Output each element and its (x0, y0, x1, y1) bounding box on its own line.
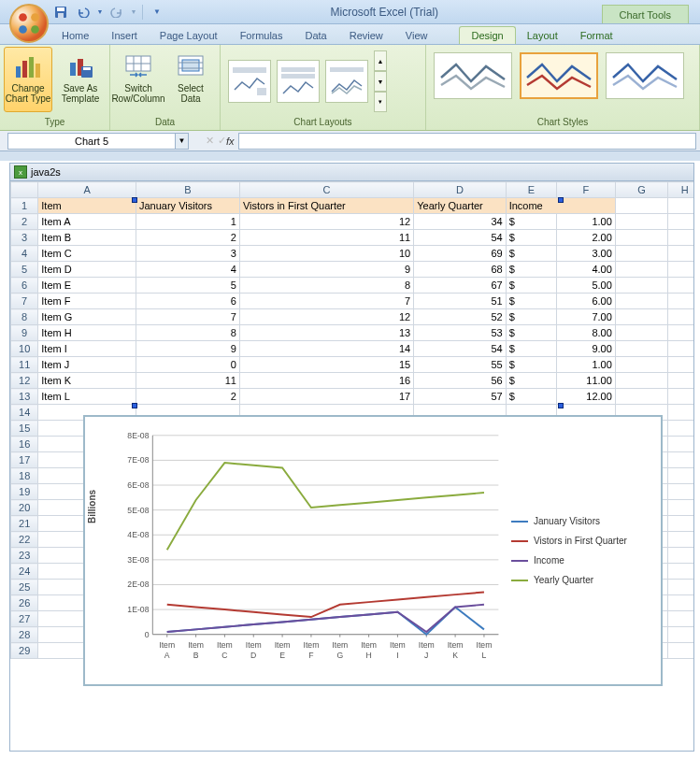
cell[interactable]: 6.00 (557, 294, 616, 309)
row-header[interactable]: 15 (11, 421, 38, 437)
formula-input[interactable] (238, 133, 696, 150)
cell[interactable]: Item B (38, 230, 136, 246)
cell[interactable]: 54 (414, 230, 506, 246)
cell[interactable]: 7 (136, 309, 239, 325)
cell[interactable]: 51 (414, 294, 506, 309)
cell[interactable]: Item L (38, 389, 136, 405)
chart-layout-3[interactable] (325, 60, 368, 103)
row-header[interactable]: 14 (11, 405, 38, 421)
cell[interactable]: 1 (136, 214, 239, 230)
cell[interactable]: 4 (136, 262, 239, 278)
redo-more-icon[interactable]: ▼ (129, 3, 138, 21)
embedded-chart[interactable]: Billions 01E-082E-083E-084E-085E-086E-08… (83, 415, 663, 686)
row-header[interactable]: 25 (11, 580, 38, 595)
row-header[interactable]: 28 (11, 627, 38, 643)
row-header[interactable]: 8 (11, 309, 38, 325)
column-header-D[interactable]: D (414, 182, 506, 198)
cell[interactable]: 9 (239, 262, 413, 278)
column-header-F[interactable]: F (557, 182, 616, 198)
chart-layout-2[interactable] (277, 60, 320, 103)
column-header-H[interactable]: H (668, 182, 694, 198)
cell[interactable]: Item H (38, 325, 136, 341)
cell[interactable]: 10 (239, 246, 413, 262)
change-chart-type-button[interactable]: Change Chart Type (4, 47, 52, 112)
switch-row-column-button[interactable]: Switch Row/Column (114, 47, 163, 112)
tab-review[interactable]: Review (338, 27, 394, 44)
row-header[interactable]: 13 (11, 389, 38, 405)
row-header[interactable]: 5 (11, 262, 38, 278)
cell[interactable]: 12 (239, 214, 413, 230)
cell[interactable]: 52 (414, 309, 506, 325)
cell[interactable]: 11 (239, 230, 413, 246)
row-header[interactable]: 23 (11, 548, 38, 564)
cell[interactable]: Item E (38, 278, 136, 294)
tab-page-layout[interactable]: Page Layout (149, 27, 229, 44)
row-header[interactable]: 22 (11, 532, 38, 548)
cell[interactable]: $ (506, 373, 556, 389)
tab-layout[interactable]: Layout (516, 27, 569, 44)
cell[interactable]: 6 (136, 294, 239, 309)
row-header[interactable]: 11 (11, 357, 38, 373)
row-header[interactable]: 6 (11, 278, 38, 294)
cell[interactable]: $ (506, 262, 556, 278)
chart-layout-gallery-more[interactable]: ▲▼▾ (374, 50, 387, 112)
cell[interactable]: January Visitors (136, 198, 239, 214)
chart-layout-1[interactable] (228, 60, 271, 103)
office-button[interactable] (9, 4, 49, 43)
cell[interactable]: 69 (414, 246, 506, 262)
fx-icon[interactable]: fx (226, 136, 235, 147)
cell[interactable]: $ (506, 325, 556, 341)
cell[interactable]: $ (506, 246, 556, 262)
cell[interactable]: 11 (136, 373, 239, 389)
selection-handle[interactable] (558, 403, 564, 408)
cell[interactable]: Item A (38, 214, 136, 230)
chart-style-1[interactable] (434, 52, 512, 99)
cell[interactable]: $ (506, 230, 556, 246)
cell[interactable]: $ (506, 357, 556, 373)
row-header[interactable]: 7 (11, 294, 38, 309)
worksheet-grid[interactable]: ABCDEFGH1ItemJanuary VisitorsVistors in … (9, 181, 694, 752)
row-header[interactable]: 10 (11, 341, 38, 357)
cell[interactable]: $ (506, 389, 556, 405)
row-header[interactable]: 1 (11, 198, 38, 214)
cell[interactable]: Item (38, 198, 136, 214)
cell[interactable]: 68 (414, 262, 506, 278)
row-header[interactable]: 29 (11, 643, 38, 659)
selection-handle[interactable] (558, 197, 564, 203)
row-header[interactable]: 18 (11, 468, 38, 484)
row-header[interactable]: 12 (11, 373, 38, 389)
name-box[interactable]: Chart 5 (7, 133, 176, 150)
row-header[interactable]: 24 (11, 564, 38, 580)
cell[interactable]: 12.00 (557, 389, 616, 405)
cell[interactable]: Item K (38, 373, 136, 389)
cell[interactable]: 57 (414, 389, 506, 405)
row-header[interactable]: 9 (11, 325, 38, 341)
cell[interactable]: 5.00 (557, 278, 616, 294)
column-header-C[interactable]: C (239, 182, 413, 198)
cell[interactable]: 7 (239, 294, 413, 309)
cell[interactable]: 12 (239, 309, 413, 325)
cell[interactable]: 54 (414, 341, 506, 357)
chart-style-3[interactable] (606, 52, 684, 99)
cell[interactable]: 13 (239, 325, 413, 341)
row-header[interactable]: 4 (11, 246, 38, 262)
tab-insert[interactable]: Insert (100, 27, 149, 44)
cell[interactable]: 8.00 (557, 325, 616, 341)
tab-design[interactable]: Design (459, 26, 515, 44)
row-header[interactable]: 26 (11, 595, 38, 611)
selection-handle[interactable] (132, 197, 137, 203)
cell[interactable]: Vistors in First Quarter (239, 198, 413, 214)
row-header[interactable]: 21 (11, 516, 38, 532)
cell[interactable]: 17 (239, 389, 413, 405)
tab-data[interactable]: Data (293, 27, 337, 44)
cell[interactable]: 9 (136, 341, 239, 357)
save-as-template-button[interactable]: Save As Template (56, 47, 105, 112)
cell[interactable]: 53 (414, 325, 506, 341)
tab-formulas[interactable]: Formulas (229, 27, 294, 44)
cell[interactable]: $ (506, 309, 556, 325)
redo-icon[interactable] (107, 3, 127, 21)
cell[interactable]: 11.00 (557, 373, 616, 389)
row-header[interactable]: 27 (11, 611, 38, 627)
row-header[interactable]: 2 (11, 214, 38, 230)
cell[interactable]: 67 (414, 278, 506, 294)
